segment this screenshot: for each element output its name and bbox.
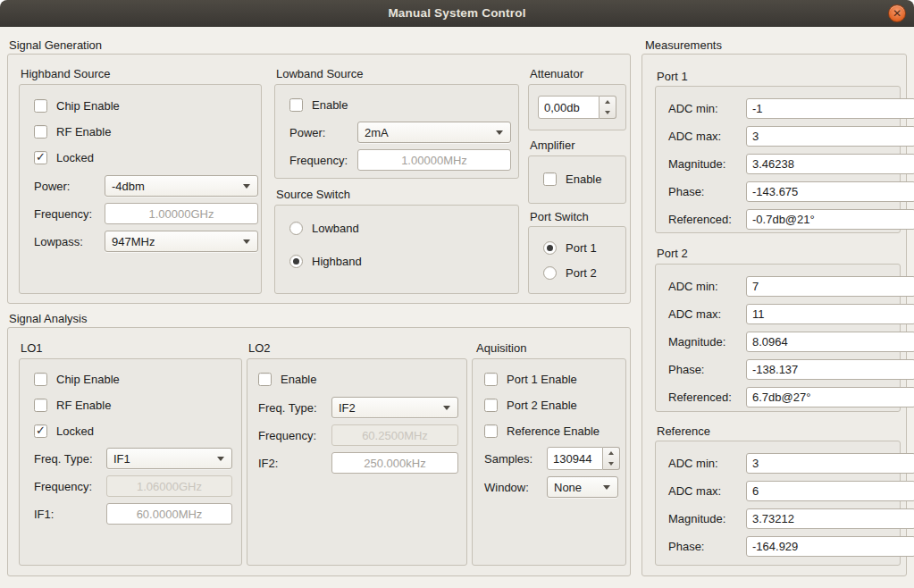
highband-chip-enable-checkbox[interactable] xyxy=(34,99,47,113)
measurements-title: Measurements xyxy=(645,38,722,53)
lo2-freq-type-select[interactable]: IF2 xyxy=(331,397,458,418)
aquisition-port1-enable-checkbox[interactable] xyxy=(484,373,498,386)
signal-generation-group: Highband Source Chip Enable RF Enable Lo… xyxy=(7,54,631,304)
meas-port2-title: Port 2 xyxy=(657,246,688,261)
lo2-enable-checkbox[interactable] xyxy=(258,373,272,386)
reference-magnitude-input[interactable] xyxy=(746,508,914,529)
lo1-title: LO1 xyxy=(21,340,43,356)
lo1-frequency-input[interactable] xyxy=(106,475,232,497)
highband-locked-checkbox[interactable] xyxy=(34,151,47,164)
aquisition-samples-label: Samples: xyxy=(484,452,547,466)
aquisition-port1-enable-label: Port 1 Enable xyxy=(507,373,577,386)
lowband-source-group: Enable Power: 2mA Frequency: xyxy=(274,84,519,179)
aquisition-port2-enable-label: Port 2 Enable xyxy=(507,399,577,412)
window-title: Manual System Control xyxy=(388,6,525,20)
highband-frequency-label: Frequency: xyxy=(34,207,105,221)
adc-min-label: ADC min: xyxy=(668,457,746,470)
lo1-chip-enable-checkbox[interactable] xyxy=(34,373,47,386)
spin-down-icon[interactable] xyxy=(603,458,619,469)
port2-adc-max-input[interactable] xyxy=(746,304,914,324)
amplifier-group: Enable xyxy=(528,155,626,204)
title-bar[interactable]: Manual System Control ✕ xyxy=(0,0,914,27)
port-switch-group: Port 1 Port 2 xyxy=(528,226,626,294)
lo2-group: Enable Freq. Type: IF2 Frequency: IF2: xyxy=(247,358,467,566)
source-switch-highband-radio[interactable] xyxy=(289,255,303,268)
amplifier-title: Amplifier xyxy=(530,138,575,153)
lowband-power-select[interactable]: 2mA xyxy=(357,122,511,143)
magnitude-label: Magnitude: xyxy=(668,512,746,525)
source-switch-title: Source Switch xyxy=(276,187,350,202)
signal-analysis-title: Signal Analysis xyxy=(9,311,87,326)
port1-phase-input[interactable] xyxy=(746,181,914,202)
lo2-frequency-label: Frequency: xyxy=(258,429,331,442)
phase-label: Phase: xyxy=(668,185,746,198)
amplifier-enable-checkbox[interactable] xyxy=(543,172,557,186)
chevron-down-icon xyxy=(243,239,250,244)
port1-adc-max-input[interactable] xyxy=(746,126,914,147)
port-switch-port1-radio[interactable] xyxy=(543,241,557,255)
lo1-frequency-label: Frequency: xyxy=(34,480,106,493)
lo2-title: LO2 xyxy=(248,340,271,356)
aquisition-window-label: Window: xyxy=(484,481,547,494)
reference-phase-input[interactable] xyxy=(746,536,914,557)
lo2-enable-label: Enable xyxy=(281,373,316,386)
adc-max-label: ADC max: xyxy=(668,130,746,143)
lo2-if2-label: IF2: xyxy=(258,457,331,470)
aquisition-reference-enable-checkbox[interactable] xyxy=(484,424,498,438)
source-switch-highband-label: Highband xyxy=(312,255,362,268)
chevron-down-icon xyxy=(217,457,224,461)
aquisition-port2-enable-checkbox[interactable] xyxy=(484,399,498,412)
port1-magnitude-input[interactable] xyxy=(746,154,914,174)
attenuator-input[interactable] xyxy=(538,96,600,119)
spin-down-icon[interactable] xyxy=(600,107,616,118)
port2-magnitude-input[interactable] xyxy=(746,332,914,352)
lo2-frequency-input[interactable] xyxy=(331,424,458,446)
reference-adc-min-input[interactable] xyxy=(746,453,914,474)
adc-max-label: ADC max: xyxy=(668,484,746,498)
adc-min-label: ADC min: xyxy=(668,280,746,293)
lo2-if2-input[interactable] xyxy=(331,452,458,474)
highband-rf-enable-label: RF Enable xyxy=(56,125,111,139)
aquisition-reference-enable-label: Reference Enable xyxy=(507,424,600,438)
meas-port1-title: Port 1 xyxy=(657,69,688,84)
lo1-if1-input[interactable] xyxy=(106,503,232,525)
port2-adc-min-input[interactable] xyxy=(746,276,914,297)
highband-frequency-input[interactable] xyxy=(105,203,258,224)
lo1-rf-enable-checkbox[interactable] xyxy=(34,399,47,412)
chevron-down-icon xyxy=(603,485,610,490)
referenced-label: Referenced: xyxy=(668,213,746,226)
lo1-locked-checkbox[interactable] xyxy=(34,424,47,438)
amplifier-enable-label: Enable xyxy=(566,172,601,186)
reference-adc-max-input[interactable] xyxy=(746,481,914,501)
window-content: Signal Generation Highband Source Chip E… xyxy=(0,27,914,588)
lowband-frequency-input[interactable] xyxy=(357,149,511,171)
highband-power-select[interactable]: -4dbm xyxy=(105,175,258,197)
lowband-enable-checkbox[interactable] xyxy=(289,98,303,112)
spin-up-icon[interactable] xyxy=(603,448,619,458)
highband-source-title: Highband Source xyxy=(21,66,110,81)
phase-label: Phase: xyxy=(668,363,746,376)
port1-adc-min-input[interactable] xyxy=(746,98,914,119)
lo1-freq-type-label: Freq. Type: xyxy=(34,452,106,466)
samples-input[interactable] xyxy=(547,447,603,470)
highband-rf-enable-checkbox[interactable] xyxy=(34,125,47,139)
highband-chip-enable-label: Chip Enable xyxy=(56,99,120,113)
signal-analysis-group: LO1 Chip Enable RF Enable Locked Freq. T… xyxy=(7,327,631,576)
lo1-if1-label: IF1: xyxy=(34,508,106,521)
aquisition-title: Aquisition xyxy=(476,340,526,356)
port1-referenced-input[interactable] xyxy=(746,209,914,230)
port2-phase-input[interactable] xyxy=(746,359,914,380)
highband-lowpass-select[interactable]: 947MHz xyxy=(105,231,258,252)
lowband-power-label: Power: xyxy=(289,126,357,139)
highband-lowpass-label: Lowpass: xyxy=(34,235,105,248)
close-button[interactable]: ✕ xyxy=(888,4,906,22)
spin-up-icon[interactable] xyxy=(600,97,616,107)
port2-referenced-input[interactable] xyxy=(746,387,914,407)
lowband-frequency-label: Frequency: xyxy=(289,154,357,167)
lo1-freq-type-select[interactable]: IF1 xyxy=(106,448,232,469)
window-select[interactable]: None xyxy=(547,476,618,498)
port-switch-port2-radio[interactable] xyxy=(543,266,557,280)
attenuator-group xyxy=(528,84,626,130)
source-switch-lowband-label: Lowband xyxy=(312,222,359,235)
source-switch-lowband-radio[interactable] xyxy=(289,222,303,235)
